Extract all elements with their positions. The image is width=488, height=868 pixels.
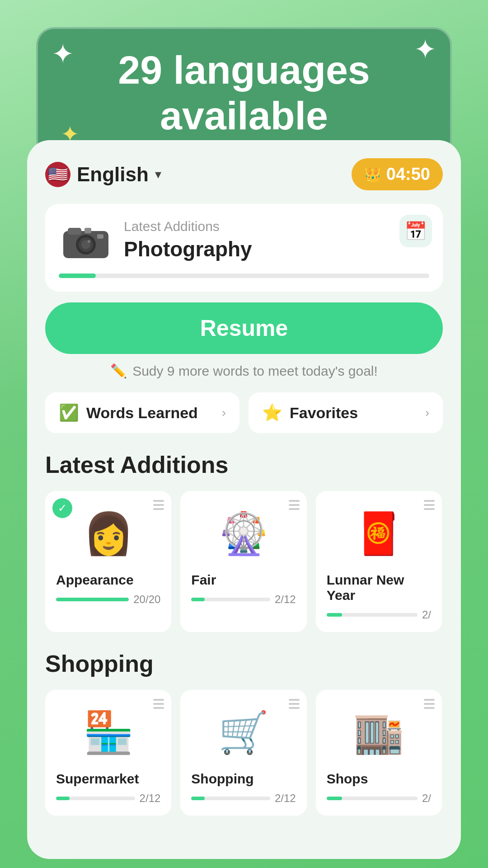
shopping-icon: 🛒 bbox=[191, 701, 296, 764]
shopping-name: Shopping bbox=[191, 771, 296, 787]
featured-card: Latest Additions Photography 📅 bbox=[45, 204, 443, 292]
supermarket-name: Supermarket bbox=[56, 771, 160, 787]
shops-icon: 🏬 bbox=[327, 701, 431, 764]
supermarket-count: 2/12 bbox=[140, 792, 161, 805]
latest-additions-section-title: Latest Additions bbox=[45, 451, 443, 478]
shopping-section-title: Shopping bbox=[45, 650, 443, 677]
language-selector[interactable]: 🇺🇸 English ▾ bbox=[45, 162, 161, 187]
svg-rect-7 bbox=[97, 234, 103, 239]
category-card-supermarket[interactable]: 🏪 Supermarket 2/12 bbox=[45, 690, 171, 816]
resume-button[interactable]: Resume bbox=[45, 302, 443, 354]
words-learned-arrow-icon: › bbox=[222, 406, 226, 420]
card-menu-appearance[interactable] bbox=[153, 500, 164, 510]
category-card-fair[interactable]: 🎡 Fair 2/12 bbox=[180, 491, 306, 632]
featured-progress-fill bbox=[59, 274, 96, 278]
quick-actions-row: ✅ Words Learned › ⭐ Favorites › bbox=[45, 392, 443, 433]
fair-icon: 🎡 bbox=[191, 502, 296, 565]
flag-icon: 🇺🇸 bbox=[45, 162, 70, 187]
category-card-shops[interactable]: 🏬 Shops 2/ bbox=[316, 690, 442, 816]
header-row: 🇺🇸 English ▾ 👑 04:50 bbox=[45, 158, 443, 190]
lunar-count: 2/ bbox=[422, 609, 431, 621]
featured-info: Latest Additions Photography bbox=[124, 219, 429, 261]
language-dropdown-icon: ▾ bbox=[155, 167, 161, 182]
card-menu-supermarket[interactable] bbox=[153, 699, 164, 709]
shops-progress: 2/ bbox=[327, 792, 431, 805]
camera-illustration bbox=[59, 217, 113, 263]
language-name: English bbox=[77, 163, 149, 186]
lunar-new-year-name: Lunnar New Year bbox=[327, 572, 431, 603]
featured-category-label: Latest Additions bbox=[124, 219, 429, 234]
crown-icon: 👑 bbox=[364, 166, 381, 182]
favorites-arrow-icon: › bbox=[425, 406, 429, 420]
main-card: 🇺🇸 English ▾ 👑 04:50 bbox=[27, 140, 461, 859]
category-card-shopping[interactable]: 🛒 Shopping 2/12 bbox=[180, 690, 306, 816]
lunar-new-year-icon: 🧧 bbox=[327, 502, 431, 565]
words-learned-label: Words Learned bbox=[86, 404, 198, 422]
svg-rect-2 bbox=[84, 228, 91, 233]
calendar-button[interactable]: 📅 bbox=[399, 215, 432, 247]
shopping-grid: 🏪 Supermarket 2/12 🛒 Shopping bbox=[45, 690, 443, 816]
sparkle-tr-icon: ✦ bbox=[414, 33, 436, 65]
appearance-count: 20/20 bbox=[133, 593, 160, 606]
svg-rect-1 bbox=[68, 228, 81, 235]
featured-progress-bar bbox=[59, 274, 429, 278]
lunar-progress: 2/ bbox=[327, 609, 431, 621]
favorites-label: Favorites bbox=[290, 404, 358, 422]
featured-title: Photography bbox=[124, 237, 429, 261]
appearance-name: Appearance bbox=[56, 572, 160, 588]
fair-count: 2/12 bbox=[275, 593, 296, 606]
latest-additions-grid: ✓ 👩 Appearance 20/20 bbox=[45, 491, 443, 632]
timer-display: 04:50 bbox=[386, 165, 430, 184]
supermarket-icon: 🏪 bbox=[56, 701, 160, 764]
card-menu-fair[interactable] bbox=[289, 500, 300, 510]
banner-text: 29 languages available bbox=[118, 47, 370, 138]
edit-icon: ✏️ bbox=[110, 363, 127, 379]
sparkle-tl-icon: ✦ bbox=[52, 38, 74, 70]
shops-name: Shops bbox=[327, 771, 431, 787]
shopping-progress: 2/12 bbox=[191, 792, 296, 805]
favorites-button[interactable]: ⭐ Favorites › bbox=[249, 392, 443, 433]
supermarket-progress: 2/12 bbox=[56, 792, 160, 805]
category-card-appearance[interactable]: ✓ 👩 Appearance 20/20 bbox=[45, 491, 171, 632]
card-menu-shops[interactable] bbox=[424, 699, 435, 709]
svg-point-6 bbox=[88, 240, 90, 243]
fair-progress: 2/12 bbox=[191, 593, 296, 606]
appearance-progress: 20/20 bbox=[56, 593, 160, 606]
timer-badge[interactable]: 👑 04:50 bbox=[352, 158, 443, 190]
words-learned-button[interactable]: ✅ Words Learned › bbox=[45, 392, 239, 433]
check-icon: ✅ bbox=[59, 403, 79, 422]
star-icon: ⭐ bbox=[262, 403, 282, 422]
shops-count: 2/ bbox=[422, 792, 431, 805]
completed-badge-appearance: ✓ bbox=[52, 498, 72, 518]
fair-name: Fair bbox=[191, 572, 296, 588]
card-menu-lunar[interactable] bbox=[424, 500, 435, 510]
study-hint: ✏️ Sudy 9 more words to meet today's goa… bbox=[45, 363, 443, 379]
top-banner: ✦ ✦ ✦ 29 languages available bbox=[36, 27, 452, 158]
category-card-lunar-new-year[interactable]: 🧧 Lunnar New Year 2/ bbox=[316, 491, 442, 632]
shopping-count: 2/12 bbox=[275, 792, 296, 805]
card-menu-shopping[interactable] bbox=[289, 699, 300, 709]
